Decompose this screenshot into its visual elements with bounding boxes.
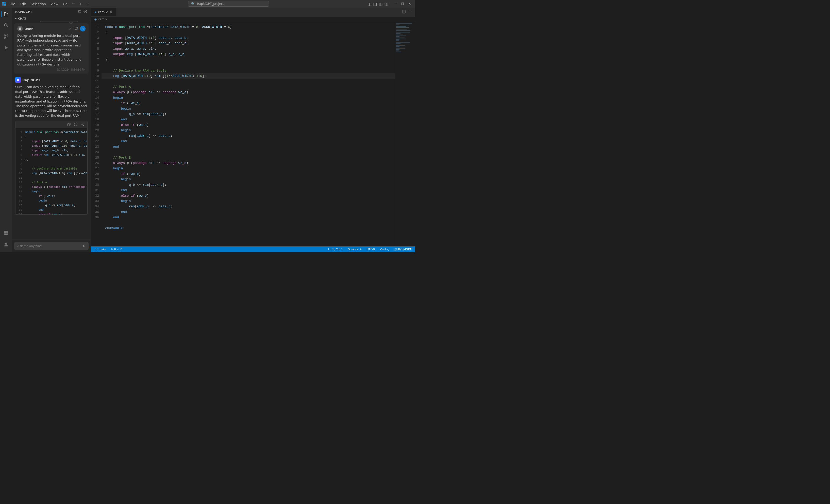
insert-button[interactable] — [80, 122, 85, 127]
svg-rect-11 — [4, 49, 8, 49]
menu-go[interactable]: Go — [61, 2, 69, 6]
editor-line-2: ( — [101, 30, 395, 35]
editor-line-34: ram[addr_b] <= data_b; — [101, 204, 395, 209]
new-chat-button[interactable] — [83, 9, 88, 14]
activity-item-explorer[interactable] — [1, 9, 11, 19]
editor-line-6: output reg [DATA_WIDTH-1:0] q_a, q_b — [101, 52, 395, 57]
svg-rect-0 — [2, 2, 4, 4]
tab-bar: ◈ ram.v ✕ ··· — [91, 8, 415, 17]
editor-line-26: always @ (posedge clk or negedge we_b) — [101, 160, 395, 166]
minimize-button[interactable]: — — [392, 1, 399, 7]
editor-line-35: end — [101, 209, 395, 215]
expand-button[interactable] — [73, 122, 78, 127]
nav-forward[interactable]: → — [85, 1, 90, 6]
menu-edit[interactable]: Edit — [18, 2, 28, 6]
regenerate-button[interactable] — [74, 26, 79, 31]
layout-toggle-1[interactable]: ◫ — [367, 2, 372, 6]
activity-item-search[interactable] — [1, 20, 11, 30]
close-tab-button[interactable]: ✕ — [110, 10, 112, 14]
editor-line-3: input [DATA_WIDTH-1:0] data_a, data_b, — [101, 35, 395, 41]
rapidgpt-label: RapidGPT — [398, 248, 411, 251]
copy-button[interactable] — [66, 122, 71, 127]
message-actions: Delete this message — [67, 26, 86, 31]
status-cursor[interactable]: Ln 1, Col 1 — [327, 248, 344, 251]
layout-toggle-3[interactable]: ◫ — [378, 2, 383, 6]
menu-selection[interactable]: Selection — [29, 2, 48, 6]
activity-item-source-control[interactable] — [1, 31, 11, 42]
close-button[interactable]: ✕ — [406, 1, 413, 7]
assistant-message: R RapidGPT Sure, I can design a Verilog … — [14, 76, 89, 215]
svg-rect-3 — [4, 4, 6, 6]
editor-line-36: end — [101, 215, 395, 220]
chat-content: User — [12, 21, 91, 240]
assistant-name: RapidGPT — [22, 78, 40, 82]
maximize-button[interactable]: ☐ — [399, 1, 406, 7]
editor-line-4: input [ADDR_WIDTH-1:0] addr_a, addr_b, — [101, 41, 395, 46]
editor-line-21: ram[addr_a] <= data_a; — [101, 133, 395, 138]
layout-toggle-2[interactable]: ◫ — [373, 2, 377, 6]
app-icon — [2, 2, 6, 6]
editor-line-25: // Port B — [101, 155, 395, 160]
rapidgpt-icon: ⬡ — [394, 248, 397, 251]
search-area: 🔍 RapidGPT_project — [91, 1, 366, 7]
editor-line-31: end — [101, 188, 395, 193]
code-editor[interactable]: module dual_port_ram #(parameter DATA_WI… — [101, 22, 395, 246]
clear-chat-button[interactable] — [77, 9, 82, 14]
editor-tab-ram-v[interactable]: ◈ ram.v ✕ — [91, 8, 116, 16]
svg-rect-21 — [67, 124, 69, 126]
chat-input[interactable] — [17, 244, 79, 248]
editor-main-content: 1234 5678 9101112 13141516 17181920 2122… — [91, 22, 415, 246]
error-count: 0 — [114, 248, 116, 251]
more-actions-icon[interactable]: ··· — [408, 9, 413, 14]
editor-line-10: reg [DATA_WIDTH-1:0] ram [(1<<ADDR_WIDTH… — [101, 73, 395, 79]
encoding-label: UTF-8 — [366, 248, 375, 251]
nav-arrows: ← → — [79, 1, 90, 6]
titlebar: File Edit Selection View Go ··· ← → 🔍 Ra… — [0, 0, 415, 8]
error-icon: ⊘ — [111, 248, 113, 251]
editor-area: ◈ ram.v ✕ ··· ◈ ram.v 1234 — [91, 8, 415, 252]
editor-line-20: begin — [101, 128, 395, 133]
editor-line-11 — [101, 79, 395, 84]
user-message: User — [14, 23, 89, 73]
editor-line-16: begin — [101, 106, 395, 112]
activity-item-account[interactable] — [1, 239, 11, 249]
editor-line-1: module dual_port_ram #(parameter DATA_WI… — [101, 24, 395, 30]
main-layout: RAPIDGPT ▾ CHAT — [0, 8, 415, 252]
status-encoding[interactable]: UTF-8 — [365, 248, 376, 251]
editor-line-32: else if (we_b) — [101, 193, 395, 198]
spaces-label: Spaces: 4 — [348, 248, 361, 251]
breadcrumb-icon: ◈ — [94, 18, 97, 21]
activity-item-run[interactable] — [1, 43, 11, 53]
chat-section-header[interactable]: ▾ CHAT — [12, 16, 91, 21]
search-text: RapidGPT_project — [197, 2, 224, 6]
warning-icon: ⚠ — [117, 248, 119, 251]
menu-view[interactable]: View — [49, 2, 60, 6]
layout-toggle-4[interactable]: ◫ — [384, 2, 389, 6]
split-editor-icon[interactable] — [401, 9, 407, 15]
send-button[interactable] — [82, 244, 86, 248]
language-label: Verilog — [380, 248, 390, 251]
nav-back[interactable]: ← — [79, 1, 84, 6]
status-spaces[interactable]: Spaces: 4 — [347, 248, 362, 251]
editor-line-30: q_b <= ram[addr_b]; — [101, 182, 395, 188]
edit-message-button[interactable] — [67, 26, 73, 31]
activity-bar — [0, 8, 12, 252]
menu-bar: File Edit Selection View Go ··· — [8, 2, 77, 6]
svg-point-20 — [19, 27, 21, 29]
editor-line-7: ); — [101, 57, 395, 62]
message-header: User — [17, 26, 86, 31]
editor-line-24 — [101, 150, 395, 155]
user-avatar — [17, 26, 23, 31]
menu-file[interactable]: File — [8, 2, 17, 6]
editor-line-14: begin — [101, 95, 395, 100]
status-errors[interactable]: ⊘ 0 ⚠ 0 — [110, 248, 123, 251]
status-language[interactable]: Verilog — [379, 248, 391, 251]
chat-input-box — [14, 242, 89, 250]
status-rapidgpt[interactable]: ⬡ RapidGPT — [393, 248, 412, 251]
delete-message-button[interactable] — [80, 26, 86, 31]
status-branch[interactable]: ⎇ main — [93, 248, 106, 251]
activity-item-extensions[interactable] — [1, 228, 11, 238]
menu-more[interactable]: ··· — [70, 2, 77, 6]
search-icon: 🔍 — [191, 2, 195, 6]
search-box[interactable]: 🔍 RapidGPT_project — [188, 1, 269, 7]
